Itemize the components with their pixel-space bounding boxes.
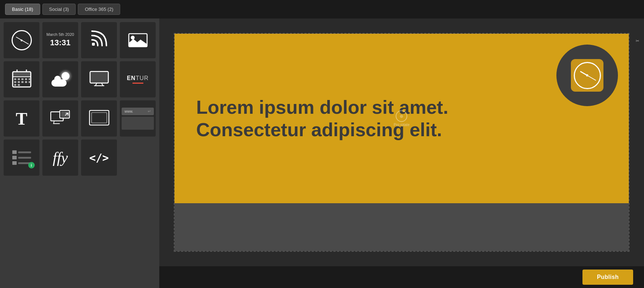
- widget-monitor[interactable]: [81, 61, 117, 97]
- svg-rect-4: [13, 72, 31, 77]
- text-t-icon: T: [16, 109, 27, 129]
- datetime-icon: March 5th 2020 13:31: [46, 32, 74, 49]
- widget-calendar[interactable]: [4, 61, 39, 97]
- tab-social[interactable]: Social (3): [42, 4, 76, 15]
- widget-font[interactable]: ffy: [42, 139, 78, 176]
- www-icon: www. ↵: [122, 108, 154, 130]
- monitor-icon: [89, 70, 109, 88]
- widget-code[interactable]: </>: [81, 139, 117, 176]
- slide-clock-face: [574, 62, 601, 89]
- svg-rect-10: [21, 78, 24, 80]
- slide-clock-widget[interactable]: [556, 45, 618, 106]
- drag-circle: ⊕: [396, 110, 407, 122]
- scissors-button[interactable]: ✂: [632, 36, 643, 46]
- widget-screenshare[interactable]: [42, 100, 78, 137]
- svg-rect-12: [29, 78, 30, 80]
- tab-basic[interactable]: Basic (18): [5, 4, 40, 15]
- widget-clock[interactable]: [4, 22, 39, 58]
- widget-panel: March 5th 2020 13:31: [0, 18, 159, 288]
- right-toolbar: ✂: [631, 33, 644, 49]
- widget-text[interactable]: T: [4, 100, 39, 137]
- widget-image[interactable]: [120, 22, 156, 58]
- widget-screen[interactable]: [81, 100, 117, 137]
- clock-icon: [12, 30, 32, 50]
- svg-rect-16: [25, 81, 27, 83]
- screen-icon: [89, 110, 110, 127]
- slide-gray-bar: [174, 203, 629, 251]
- widget-www[interactable]: www. ↵: [120, 100, 156, 137]
- datalist-icon: i: [11, 149, 33, 166]
- svg-rect-15: [21, 81, 24, 83]
- svg-rect-29: [91, 113, 106, 123]
- code-icon: </>: [89, 151, 109, 164]
- svg-rect-19: [18, 84, 20, 86]
- slide-yellow-area: Lorem ipsum dolor sit amet. Consectetur …: [174, 34, 629, 203]
- svg-rect-21: [91, 72, 108, 82]
- svg-rect-8: [14, 78, 16, 80]
- svg-rect-0: [92, 43, 95, 46]
- svg-rect-13: [14, 81, 16, 83]
- publish-button[interactable]: Publish: [582, 270, 633, 285]
- tab-bar: Basic (18) Social (3) Office 365 (2): [0, 0, 644, 18]
- rss-icon: [91, 30, 108, 51]
- slide-clock-inner: [571, 59, 603, 92]
- svg-rect-27: [61, 112, 68, 117]
- svg-point-2: [131, 36, 135, 39]
- widget-entur[interactable]: ENTUR: [120, 61, 156, 97]
- svg-rect-11: [25, 78, 27, 80]
- widget-rss[interactable]: [81, 22, 117, 58]
- calendar-icon: [12, 70, 31, 89]
- canvas-area: Lorem ipsum dolor sit amet. Consectetur …: [159, 18, 644, 266]
- font-icon: ffy: [53, 149, 68, 166]
- tab-office365[interactable]: Office 365 (2): [78, 4, 120, 15]
- widget-weather[interactable]: [42, 61, 78, 97]
- svg-rect-14: [18, 81, 20, 83]
- slide-container[interactable]: Lorem ipsum dolor sit amet. Consectetur …: [174, 33, 630, 252]
- weather-icon: [50, 70, 71, 88]
- slide-content-text: Lorem ipsum dolor sit amet. Consectetur …: [196, 96, 448, 141]
- bottom-bar: Publish: [159, 266, 644, 288]
- svg-rect-18: [14, 84, 16, 86]
- drag-cursor-hint: ⊕ Pro rotate: [394, 110, 410, 127]
- screenshare-icon: [50, 110, 71, 127]
- image-icon: [128, 33, 148, 47]
- svg-rect-9: [18, 78, 20, 80]
- main-content: March 5th 2020 13:31: [0, 18, 644, 288]
- svg-rect-17: [29, 81, 30, 83]
- widget-datalist[interactable]: i: [4, 139, 39, 176]
- entur-icon: ENTUR: [127, 75, 148, 84]
- right-area: Lorem ipsum dolor sit amet. Consectetur …: [159, 18, 644, 288]
- widget-datetime[interactable]: March 5th 2020 13:31: [42, 22, 78, 58]
